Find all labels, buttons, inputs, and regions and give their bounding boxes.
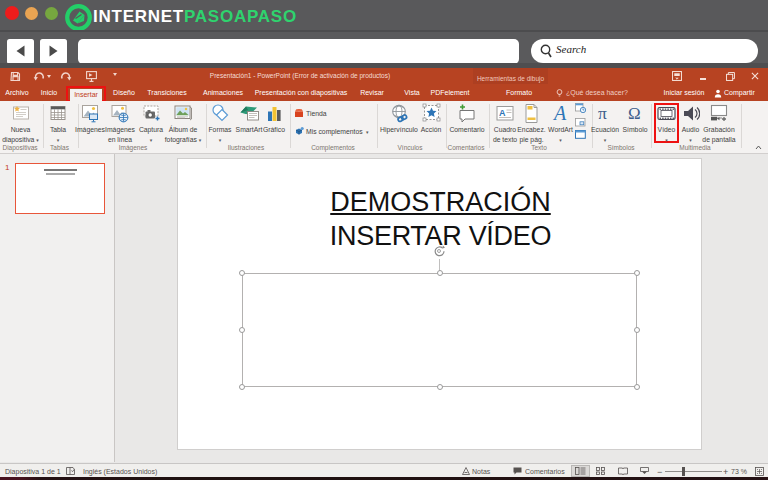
svg-text:π: π: [598, 103, 607, 123]
svg-text:A: A: [499, 108, 506, 118]
svg-text:Ω: Ω: [628, 104, 641, 123]
svg-text:A: A: [552, 103, 567, 124]
